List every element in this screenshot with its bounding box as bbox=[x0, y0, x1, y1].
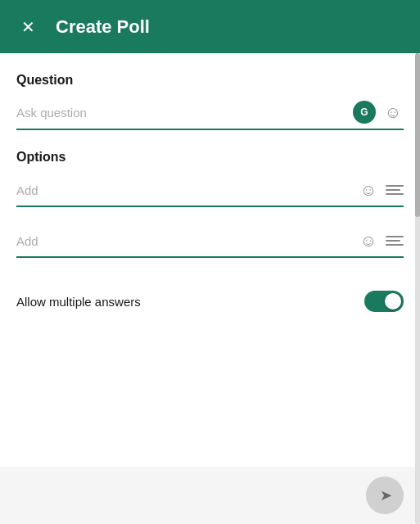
emoji-icon-option2[interactable]: ☺ bbox=[358, 230, 379, 251]
allow-multiple-row: Allow multiple answers bbox=[16, 281, 404, 322]
close-button[interactable]: ✕ bbox=[16, 16, 39, 38]
modal-footer: ➤ bbox=[0, 467, 420, 524]
options-label: Options bbox=[16, 150, 404, 165]
question-label: Question bbox=[16, 73, 404, 88]
option2-input[interactable] bbox=[16, 231, 351, 251]
modal-title: Create Poll bbox=[56, 16, 150, 38]
create-poll-modal: ✕ Create Poll Question G ☺ Options ☺ bbox=[0, 0, 420, 524]
options-section: Options ☺ ☺ bbox=[16, 150, 404, 322]
send-button[interactable]: ➤ bbox=[366, 477, 404, 514]
reorder-icon-option1[interactable] bbox=[386, 181, 404, 199]
scrollbar-track bbox=[415, 53, 420, 524]
question-icons: G ☺ bbox=[353, 101, 404, 124]
modal-header: ✕ Create Poll bbox=[0, 0, 420, 53]
allow-multiple-toggle[interactable] bbox=[364, 291, 404, 312]
option1-input-row: ☺ bbox=[16, 179, 404, 207]
toggle-track[interactable] bbox=[364, 291, 404, 312]
toggle-knob bbox=[385, 293, 401, 309]
option1-icons: ☺ bbox=[358, 179, 404, 201]
question-input[interactable] bbox=[16, 102, 346, 123]
send-icon: ➤ bbox=[380, 486, 392, 504]
scrollbar-thumb[interactable] bbox=[415, 53, 420, 217]
question-section: Question G ☺ bbox=[16, 73, 404, 130]
question-input-row: G ☺ bbox=[16, 101, 404, 130]
option1-input[interactable] bbox=[16, 180, 351, 201]
allow-multiple-label: Allow multiple answers bbox=[16, 295, 141, 309]
emoji-icon-question[interactable]: ☺ bbox=[382, 102, 404, 123]
reorder-icon-option2[interactable] bbox=[386, 232, 404, 250]
emoji-icon-option1[interactable]: ☺ bbox=[358, 179, 379, 201]
option2-icons: ☺ bbox=[358, 230, 404, 251]
grammarly-icon[interactable]: G bbox=[353, 101, 376, 124]
option2-input-row: ☺ bbox=[16, 230, 404, 258]
modal-body: Question G ☺ Options ☺ bbox=[0, 53, 420, 467]
